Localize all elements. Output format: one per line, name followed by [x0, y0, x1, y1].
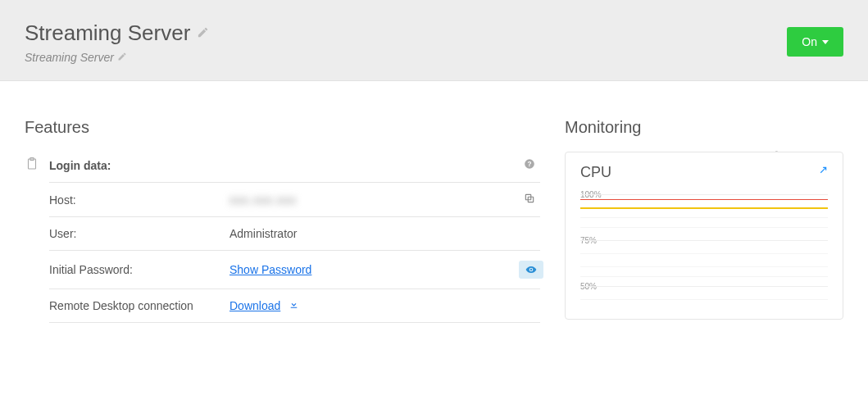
edit-title-icon[interactable] — [197, 26, 209, 41]
download-link[interactable]: Download — [229, 299, 280, 312]
page-header: Streaming Server Streaming Server On — [0, 0, 868, 81]
monitoring-section-title: Monitoring — [565, 118, 843, 137]
login-data-header-row: Login data: ? — [49, 152, 540, 183]
features-section-title: Features — [25, 118, 540, 137]
initial-password-row: Initial Password: Show Password — [49, 250, 540, 289]
user-label: User: — [49, 227, 229, 240]
user-row: User: Administrator — [49, 216, 540, 250]
download-icon[interactable] — [289, 299, 299, 312]
svg-text:?: ? — [528, 161, 532, 168]
remote-desktop-row: Remote Desktop connection Download — [49, 289, 540, 323]
host-value: xxx.xxx.xxx — [229, 193, 297, 207]
cpu-chart: 100% 75% 50% — [580, 189, 828, 304]
initial-password-label: Initial Password: — [49, 263, 229, 276]
status-toggle-button[interactable]: On — [787, 27, 843, 57]
status-toggle-label: On — [802, 35, 817, 48]
edit-subtitle-icon[interactable] — [117, 52, 127, 64]
page-title: Streaming Server — [25, 20, 787, 46]
page-subtitle-text: Streaming Server — [25, 51, 114, 64]
host-row: Host: xxx.xxx.xxx — [49, 183, 540, 216]
page-title-text: Streaming Server — [25, 20, 190, 46]
host-label: Host: — [49, 193, 229, 207]
remote-desktop-label: Remote Desktop connection — [49, 299, 229, 312]
caret-down-icon — [822, 40, 829, 44]
show-password-link[interactable]: Show Password — [229, 263, 311, 276]
user-value: Administrator — [229, 227, 519, 240]
show-password-icon[interactable] — [519, 261, 543, 279]
expand-chart-icon[interactable] — [816, 166, 828, 179]
page-subtitle: Streaming Server — [25, 51, 787, 64]
clipboard-icon — [25, 152, 39, 323]
cpu-monitoring-card: CPU 100% 75% 50% — [565, 152, 843, 320]
chart-red-threshold-line — [580, 199, 828, 200]
chart-yellow-threshold-line — [580, 207, 828, 209]
decorative-dash: - — [775, 146, 778, 155]
help-icon[interactable]: ? — [519, 158, 540, 172]
cpu-card-title: CPU — [580, 164, 611, 181]
login-data-label: Login data: — [49, 159, 229, 172]
copy-host-icon[interactable] — [519, 193, 540, 207]
